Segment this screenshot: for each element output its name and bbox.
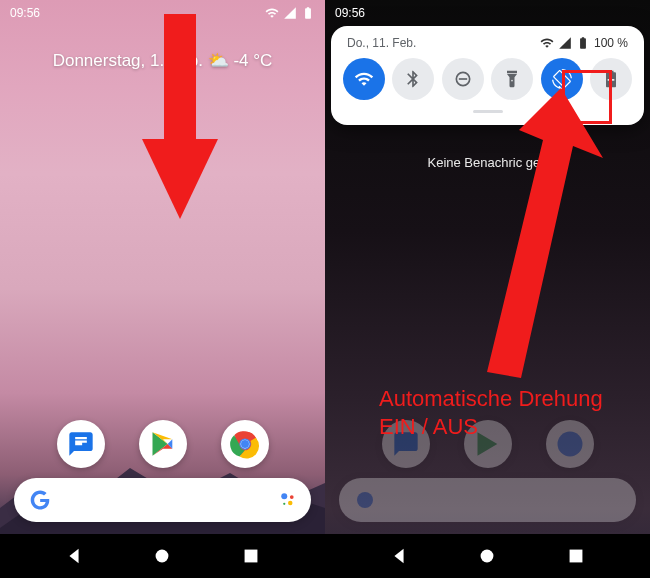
annotation-line1: Automatische Drehung xyxy=(379,385,603,413)
svg-rect-18 xyxy=(569,550,582,563)
qs-bluetooth-toggle[interactable] xyxy=(392,58,434,100)
quick-settings-row xyxy=(341,58,634,100)
nav-recent-button[interactable] xyxy=(565,545,587,567)
no-notifications-label: Keine Benachric gen xyxy=(325,155,650,170)
annotation-line2: EIN / AUS xyxy=(379,413,603,441)
nav-back-button[interactable] xyxy=(388,545,410,567)
nav-home-button[interactable] xyxy=(151,545,173,567)
shade-drag-handle[interactable] xyxy=(473,110,503,113)
svg-point-17 xyxy=(481,550,494,563)
battery-percentage: 100 % xyxy=(594,36,628,50)
navigation-bar xyxy=(0,534,325,578)
messages-app-icon[interactable] xyxy=(57,420,105,468)
google-search-bar[interactable] xyxy=(14,478,311,522)
signal-icon xyxy=(558,36,572,50)
qs-auto-rotate-toggle[interactable] xyxy=(541,58,583,100)
svg-point-5 xyxy=(281,493,287,499)
annotation-arrow-down-icon xyxy=(140,14,220,224)
svg-point-14 xyxy=(357,492,373,508)
svg-rect-11 xyxy=(164,14,196,144)
wifi-icon xyxy=(540,36,554,50)
date-weather-widget[interactable]: Donnerstag, 1. Feb. ⛅ -4 °C xyxy=(0,50,325,71)
svg-point-9 xyxy=(156,550,169,563)
navigation-bar xyxy=(325,534,650,578)
app-dock xyxy=(0,420,325,468)
statusbar-time: 09:56 xyxy=(335,6,640,20)
phone-quick-settings: 09:56 Do., 11. Feb. 100 % xyxy=(325,0,650,578)
assistant-icon[interactable] xyxy=(279,491,297,509)
nav-recent-button[interactable] xyxy=(240,545,262,567)
svg-point-4 xyxy=(241,440,249,448)
nav-home-button[interactable] xyxy=(476,545,498,567)
quick-settings-panel: Do., 11. Feb. 100 % xyxy=(331,26,644,125)
qs-wifi-toggle[interactable] xyxy=(343,58,385,100)
statusbar-time: 09:56 xyxy=(10,6,265,20)
svg-rect-10 xyxy=(244,550,257,563)
status-bar: 09:56 xyxy=(325,0,650,26)
qs-battery-saver-toggle[interactable] xyxy=(590,58,632,100)
svg-point-8 xyxy=(283,503,285,505)
wifi-icon xyxy=(265,6,279,20)
qs-dnd-toggle[interactable] xyxy=(442,58,484,100)
qs-flashlight-toggle[interactable] xyxy=(491,58,533,100)
battery-icon xyxy=(301,6,315,20)
nav-back-button[interactable] xyxy=(63,545,85,567)
svg-point-6 xyxy=(290,495,294,499)
shade-date: Do., 11. Feb. xyxy=(347,36,540,50)
svg-point-7 xyxy=(288,501,293,506)
google-logo-icon xyxy=(28,488,52,512)
battery-icon xyxy=(576,36,590,50)
chrome-app-icon[interactable] xyxy=(221,420,269,468)
signal-icon xyxy=(283,6,297,20)
phone-home-screen: 09:56 Donnerstag, 1. Feb. ⛅ -4 °C xyxy=(0,0,325,578)
play-store-app-icon[interactable] xyxy=(139,420,187,468)
svg-marker-12 xyxy=(142,139,218,219)
annotation-label: Automatische Drehung EIN / AUS xyxy=(379,385,603,440)
status-bar: 09:56 xyxy=(0,0,325,26)
